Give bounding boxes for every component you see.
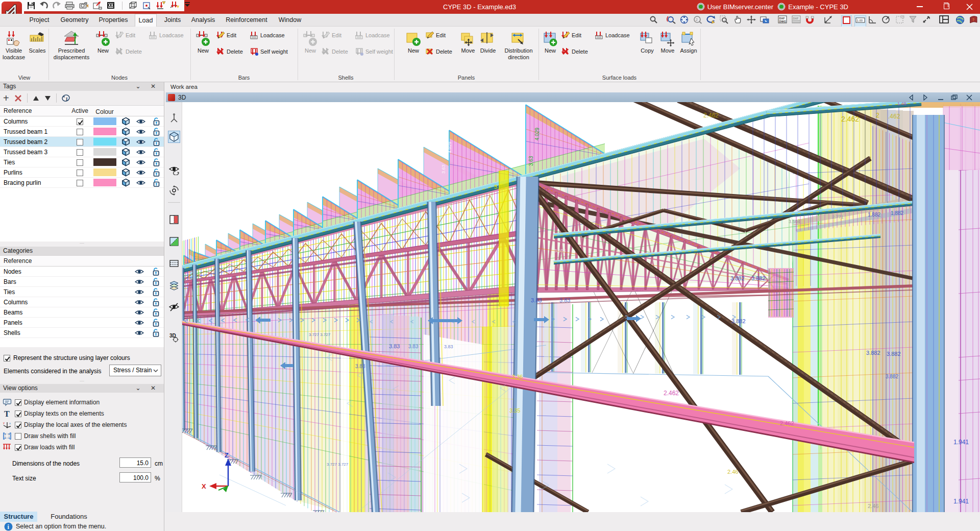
svg-text:2: 2	[696, 18, 698, 21]
svg-text:3.882: 3.882	[866, 350, 880, 356]
svg-text:2.46: 2.46	[727, 469, 738, 475]
svg-text:3.727 3.727: 3.727 3.727	[309, 332, 331, 337]
svg-text:3.504: 3.504	[789, 219, 800, 224]
svg-text:3.882: 3.882	[886, 374, 898, 379]
svg-text:3.727 3.727: 3.727 3.727	[327, 462, 349, 467]
svg-text:2.77: 2.77	[636, 287, 644, 292]
svg-text:DXF: DXF	[793, 17, 799, 20]
svg-text:3.83: 3.83	[408, 344, 419, 349]
svg-text:.462: .462	[888, 113, 900, 120]
svg-text:1.882: 1.882	[891, 210, 903, 216]
svg-text:3.83: 3.83	[559, 297, 570, 303]
svg-text:2: 2	[876, 112, 879, 119]
svg-text:4.029: 4.029	[534, 128, 540, 140]
svg-text:x: x	[9, 422, 11, 425]
svg-text:T: T	[4, 409, 10, 418]
svg-text:2.462: 2.462	[664, 390, 679, 397]
svg-text:2.462: 2.462	[703, 112, 719, 119]
svg-text:y: y	[3, 421, 5, 424]
svg-text:1.48: 1.48	[897, 102, 906, 106]
svg-text:3.882: 3.882	[887, 351, 901, 357]
svg-text:1.882: 1.882	[868, 212, 880, 218]
svg-text:3.882: 3.882	[730, 275, 745, 281]
svg-text:1.941: 1.941	[953, 498, 969, 505]
svg-text:4.029: 4.029	[447, 141, 452, 153]
svg-text:3.83: 3.83	[444, 344, 453, 349]
svg-text:X: X	[202, 482, 206, 490]
svg-text:2.462: 2.462	[780, 420, 794, 426]
svg-text:I: I	[66, 96, 68, 102]
svg-text:2.462: 2.462	[841, 115, 859, 123]
svg-text:3.63: 3.63	[528, 156, 534, 166]
svg-text:3.36: 3.36	[494, 184, 505, 190]
svg-text:?: ?	[972, 18, 974, 21]
svg-text:3.63: 3.63	[441, 164, 446, 174]
svg-text:2.46: 2.46	[868, 503, 878, 509]
svg-text:3.83: 3.83	[389, 343, 400, 349]
svg-text:Z: Z	[225, 451, 229, 459]
svg-text:3.36: 3.36	[512, 374, 523, 380]
svg-text:3.83: 3.83	[531, 297, 542, 303]
svg-text:1.00: 1.00	[857, 19, 863, 22]
svg-text:3.882: 3.882	[751, 275, 766, 281]
svg-text:3.35: 3.35	[509, 407, 520, 414]
svg-text:2.771: 2.771	[832, 214, 844, 220]
svg-text:DWG: DWG	[779, 20, 786, 23]
svg-text:3.882: 3.882	[731, 318, 746, 324]
svg-text:3.83: 3.83	[355, 364, 365, 369]
svg-text:3.504: 3.504	[554, 248, 566, 253]
svg-text:1.941: 1.941	[953, 439, 969, 446]
